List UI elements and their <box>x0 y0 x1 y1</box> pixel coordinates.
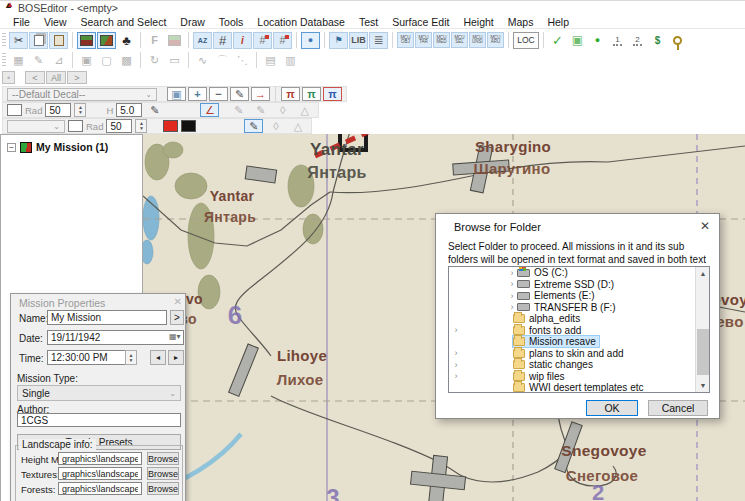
decal-add-button[interactable]: + <box>188 87 207 101</box>
nav-dot-button[interactable]: • <box>2 71 15 84</box>
expander-icon[interactable]: › <box>507 279 517 289</box>
ok-button[interactable]: OK <box>586 400 638 416</box>
decal-apply-button[interactable]: → <box>251 87 270 101</box>
tree-item-os-c[interactable]: › OS (C:) <box>449 267 709 279</box>
slope-tool-button[interactable]: ∠ <box>200 103 219 117</box>
paste-button[interactable] <box>49 32 68 49</box>
paint-radius-input[interactable] <box>106 119 132 133</box>
forests-browse-button[interactable]: Browse <box>147 482 179 495</box>
layer-down-button[interactable]: ▥ <box>281 52 300 69</box>
grid-button[interactable]: # <box>213 32 232 49</box>
tree-item-fonts-to-add[interactable]: › fonts to add <box>449 325 709 337</box>
pencil-tool-button[interactable]: ✎ <box>29 52 48 69</box>
expander-icon[interactable]: › <box>451 348 461 358</box>
textures-browse-button[interactable]: Browse <box>147 467 179 480</box>
loc-button[interactable]: LOC <box>513 32 539 49</box>
image1-button[interactable]: ▣ <box>77 52 96 69</box>
expander-icon[interactable]: › <box>451 325 461 335</box>
mission-tree-root[interactable]: − My Mission (1) <box>7 141 142 153</box>
tree-item-wwi-desert[interactable]: WWI desert templates etc <box>449 382 709 393</box>
tree-item-mission-resave[interactable]: Mission resave <box>449 336 709 348</box>
background-color-swatch[interactable] <box>181 120 196 132</box>
grid-marker2-button[interactable]: # <box>273 32 292 49</box>
stack-button[interactable]: ≣ <box>369 32 388 49</box>
pi-red-button[interactable]: ✎π <box>281 87 300 101</box>
terrain-view-button[interactable] <box>77 32 96 49</box>
image2-button[interactable]: ▩ <box>117 52 136 69</box>
grid-marker1-button[interactable]: # <box>253 32 272 49</box>
layer-up-button[interactable]: ▤ <box>261 52 280 69</box>
pi-green-button[interactable]: π <box>302 87 321 101</box>
tree-item-elements[interactable]: › Elements (E:) <box>449 290 709 302</box>
decal-image-button[interactable]: ▣ <box>167 87 186 101</box>
next-button[interactable]: > <box>67 71 87 84</box>
decal-remove-button[interactable]: − <box>209 87 228 101</box>
time-stepper[interactable]: ▲▼ <box>125 350 137 365</box>
measure2-button[interactable]: 2 <box>628 32 647 49</box>
menu-test[interactable]: Test <box>352 16 385 28</box>
expander-icon[interactable]: › <box>507 302 517 312</box>
brush-radius-input[interactable] <box>45 103 71 117</box>
foreground-color-swatch[interactable] <box>163 120 178 132</box>
scroll-up-icon[interactable]: ▲ <box>696 267 710 280</box>
rotate-button[interactable]: ↻ <box>145 52 164 69</box>
brush-height-input[interactable] <box>116 103 142 117</box>
toolbar-grip[interactable] <box>2 53 6 68</box>
name-more-button[interactable]: > <box>170 310 184 325</box>
arc-button[interactable]: ⌒ <box>213 52 232 69</box>
paint-cone-button[interactable]: △ <box>288 118 307 135</box>
mcu-tar-button[interactable]: MCU TAR <box>415 32 432 48</box>
menu-draw[interactable]: Draw <box>173 16 212 28</box>
texture-view-button[interactable] <box>97 32 116 49</box>
spline-button[interactable]: ⋱ <box>233 52 252 69</box>
tree-item-plans-to-skin[interactable]: › plans to skin and add <box>449 348 709 360</box>
close-icon[interactable]: ✕ <box>174 296 182 307</box>
pi-blue-button[interactable]: π <box>323 87 342 101</box>
height-map-input[interactable] <box>58 452 142 465</box>
time-prev-button[interactable]: ◂ <box>150 350 166 365</box>
menu-surface-edit[interactable]: Surface Edit <box>385 16 456 28</box>
star-pencil-button[interactable]: ✎ <box>229 102 248 119</box>
decal-dropdown[interactable]: --Default Decal-- ⌄ <box>7 88 157 101</box>
brush-color-swatch[interactable] <box>7 104 22 116</box>
tree-item-alpha-edits[interactable]: alpha_edits <box>449 313 709 325</box>
info-button[interactable]: i <box>233 32 252 49</box>
radius-stepper[interactable]: ▲▼ <box>135 119 147 133</box>
terrain-disabled-button[interactable] <box>165 32 184 49</box>
tree-object-button[interactable]: ♣ <box>117 32 136 49</box>
expander-icon[interactable]: › <box>507 268 517 278</box>
menu-height[interactable]: Height <box>456 16 500 28</box>
key-help-button[interactable] <box>668 32 687 49</box>
tree-item-transfer-b[interactable]: › TRANSFER B (F:) <box>449 302 709 314</box>
decal-pencil-button[interactable]: ✎ <box>230 87 249 101</box>
flag-button[interactable]: ⚑ <box>329 32 348 49</box>
mission-name-input[interactable] <box>47 310 167 325</box>
page-button[interactable]: ▢ <box>97 52 116 69</box>
height-map-browse-button[interactable]: Browse <box>147 452 179 465</box>
menu-view[interactable]: View <box>37 16 74 28</box>
radius-stepper[interactable]: ▲▼ <box>74 103 86 117</box>
expander-icon[interactable]: › <box>451 371 461 381</box>
expander-icon[interactable]: › <box>451 360 461 370</box>
scroll-down-icon[interactable]: ▼ <box>696 379 710 392</box>
drop-button[interactable]: ◊ <box>273 102 292 119</box>
tree-item-extreme-ssd[interactable]: › Extreme SSD (D:) <box>449 279 709 291</box>
paint-color-swatch[interactable] <box>68 120 83 132</box>
filter-button[interactable]: F <box>145 32 164 49</box>
mission-date-input[interactable] <box>47 330 184 345</box>
close-icon[interactable]: ✕ <box>696 219 714 233</box>
status-dot-button[interactable]: ● <box>588 32 607 49</box>
paint-pencil-button[interactable]: ✎ <box>244 119 263 133</box>
menu-maps[interactable]: Maps <box>501 16 541 28</box>
expander-icon[interactable]: › <box>507 291 517 301</box>
mission-type-dropdown[interactable]: Single ⌄ <box>17 385 181 401</box>
tree-scrollbar[interactable]: ▲ ▼ <box>695 267 709 392</box>
menu-search-and-select[interactable]: Search and Select <box>74 16 174 28</box>
brush-pencil-button[interactable]: ✎ <box>145 102 164 119</box>
menu-file[interactable]: File <box>6 16 37 28</box>
collapse-icon[interactable]: − <box>7 143 16 152</box>
cancel-button[interactable]: Cancel <box>648 400 708 416</box>
mcu-unsi-button[interactable]: MCU UNSI <box>469 32 486 48</box>
paint-dropdown[interactable]: ⌄ <box>7 120 65 133</box>
time-next-button[interactable]: ▸ <box>168 350 184 365</box>
